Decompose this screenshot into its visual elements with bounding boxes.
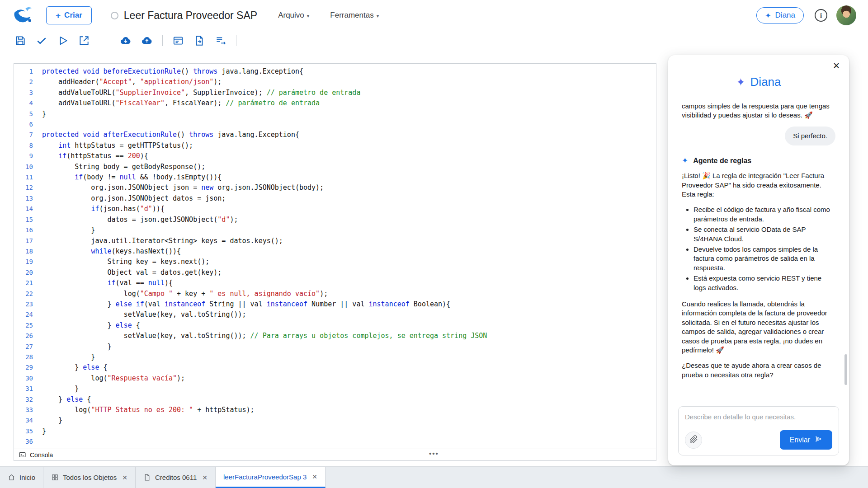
code-line[interactable]: 2 addHeader("Accept", "application/json"…	[14, 77, 656, 87]
app-logo[interactable]	[12, 5, 35, 26]
page-title: Leer Factura Proveedor SAP	[124, 9, 257, 22]
info-glyph: i	[820, 12, 822, 19]
code-line[interactable]: 12 org.json.JSONObject json = new org.js…	[14, 183, 656, 193]
bullet-item: Devuelve todos los campos simples de la …	[693, 245, 835, 272]
rules-export-icon[interactable]	[215, 35, 226, 47]
line-number: 11	[14, 172, 42, 183]
code-line[interactable]: 7protected void afterExecutionRule() thr…	[14, 130, 656, 140]
code-line[interactable]: 29 } else {	[14, 362, 656, 373]
line-number: 6	[14, 119, 42, 130]
chat-input[interactable]	[685, 413, 832, 421]
document-export-icon[interactable]	[193, 35, 205, 47]
code-line[interactable]: 22 log("Campo " + key + " es null, asign…	[14, 289, 656, 299]
code-editor[interactable]: 1protected void beforeExecutionRule() th…	[14, 63, 656, 461]
code-text: org.json.JSONObject datos = json;	[42, 193, 226, 204]
export-icon[interactable]	[78, 35, 90, 47]
code-line[interactable]: 28 }	[14, 352, 656, 362]
code-line[interactable]: 8 int httpStatus = getHTTPStatus();	[14, 141, 656, 151]
code-line[interactable]: 17 java.util.Iterator<String> keys = dat…	[14, 236, 656, 246]
code-line[interactable]: 25 } else {	[14, 320, 656, 331]
close-tab-icon[interactable]: ✕	[122, 474, 127, 481]
code-line[interactable]: 13 org.json.JSONObject datos = json;	[14, 193, 656, 204]
create-button[interactable]: + Criar	[46, 6, 92, 24]
line-number: 21	[14, 278, 42, 288]
console-label: Consola	[30, 451, 53, 459]
chat-messages: campos simples de la respuesta para que …	[668, 102, 849, 402]
save-icon[interactable]	[14, 35, 26, 47]
code-text: setValue(key, val.toString());	[42, 310, 246, 320]
code-line[interactable]: 35}	[14, 426, 656, 436]
line-number: 3	[14, 88, 42, 98]
code-line[interactable]: 34 }	[14, 415, 656, 426]
line-number: 36	[14, 436, 42, 447]
code-line[interactable]: 26 setValue(key, val.toString()); // Par…	[14, 331, 656, 341]
code-line[interactable]: 9 if(httpStatus == 200){	[14, 151, 656, 161]
code-line[interactable]: 3 addValueToURL("SupplierInvoice", Suppl…	[14, 88, 656, 98]
code-area[interactable]: 1protected void beforeExecutionRule() th…	[14, 64, 656, 449]
code-line[interactable]: 18 while(keys.hasNext()){	[14, 246, 656, 257]
code-line[interactable]: 20 Object val = datos.get(key);	[14, 267, 656, 278]
code-line[interactable]: 21 if(val == null){	[14, 278, 656, 288]
code-line[interactable]: 24 setValue(key, val.toString());	[14, 310, 656, 320]
code-line[interactable]: 30 log("Respuesta vacía");	[14, 373, 656, 384]
code-line[interactable]: 6	[14, 119, 656, 130]
close-icon[interactable]: ✕	[833, 61, 840, 70]
cloud-upload-icon[interactable]	[141, 35, 153, 47]
code-text: Object val = datos.get(key);	[42, 267, 222, 278]
diana-assistant-button[interactable]: ✦ Diana	[756, 7, 804, 23]
chat-input-box: Enviar	[678, 406, 839, 455]
line-number: 33	[14, 405, 42, 415]
menu-arquivo[interactable]: Arquivo ▾	[278, 11, 309, 20]
code-text: } else if(val instanceof String || val i…	[42, 299, 450, 310]
code-line[interactable]: 11 if(body != null && !body.isEmpty()){	[14, 172, 656, 183]
code-text	[42, 436, 46, 447]
close-tab-icon[interactable]: ✕	[202, 474, 208, 481]
form-icon[interactable]	[172, 35, 184, 47]
send-button[interactable]: Enviar	[780, 430, 832, 450]
code-text: }	[42, 342, 112, 352]
code-line[interactable]: 31 }	[14, 384, 656, 394]
code-line[interactable]: 4 addValueToURL("FiscalYear", FiscalYear…	[14, 98, 656, 108]
code-line[interactable]: 10 String body = getBodyResponse();	[14, 162, 656, 172]
validate-icon[interactable]	[36, 35, 47, 47]
more-options-icon[interactable]: •••	[429, 450, 439, 457]
code-line[interactable]: 36	[14, 436, 656, 447]
tab-todos-los-objetos[interactable]: Todos los Objetos✕	[43, 467, 136, 488]
cloud-download-icon[interactable]	[120, 35, 132, 47]
tab-creditos-0611[interactable]: Creditos 0611✕	[136, 467, 216, 488]
editor-toolbar	[0, 31, 868, 51]
line-number: 7	[14, 130, 42, 140]
tab-inicio[interactable]: Inicio	[0, 467, 43, 488]
run-icon[interactable]	[57, 35, 69, 47]
diana-chat-panel: ✕ ✦ Diana campos simples de la respuesta…	[668, 55, 849, 465]
code-text: addValueToURL("SupplierInvoice", Supplie…	[42, 88, 360, 98]
bullet-item: Está expuesta como servicio REST y tiene…	[693, 274, 835, 292]
code-text: if(json.has("d")){	[42, 204, 165, 214]
user-avatar[interactable]	[836, 5, 856, 25]
attach-button[interactable]	[685, 432, 702, 449]
code-line[interactable]: 5}	[14, 109, 656, 119]
console-bar[interactable]: Consola •••	[14, 449, 656, 460]
code-line[interactable]: 27 }	[14, 342, 656, 352]
chevron-down-icon: ▾	[307, 13, 310, 19]
code-text: String body = getBodyResponse();	[42, 162, 205, 172]
line-number: 9	[14, 151, 42, 161]
code-text: setValue(key, val.toString()); // Para a…	[42, 331, 487, 341]
tab-leerfacturaproveedorsap-3[interactable]: leerFacturaProveedorSap 3✕	[216, 467, 326, 488]
code-line[interactable]: 16 }	[14, 225, 656, 235]
info-icon[interactable]: i	[815, 9, 827, 22]
menu-label: Ferramentas	[330, 11, 373, 20]
code-line[interactable]: 15 datos = json.getJSONObject("d");	[14, 215, 656, 225]
menu-ferramentas[interactable]: Ferramentas ▾	[330, 11, 379, 20]
code-text: addValueToURL("FiscalYear", FiscalYear);…	[42, 98, 320, 108]
chat-scrollbar[interactable]	[844, 354, 847, 385]
code-line[interactable]: 33 log("HTTP Status no es 200: " + httpS…	[14, 405, 656, 415]
close-tab-icon[interactable]: ✕	[312, 473, 317, 480]
line-number: 14	[14, 204, 42, 214]
code-line[interactable]: 23 } else if(val instanceof String || va…	[14, 299, 656, 310]
code-line[interactable]: 1protected void beforeExecutionRule() th…	[14, 66, 656, 77]
console-icon	[19, 451, 26, 459]
code-line[interactable]: 32 } else {	[14, 394, 656, 405]
code-line[interactable]: 19 String key = keys.next();	[14, 257, 656, 267]
code-line[interactable]: 14 if(json.has("d")){	[14, 204, 656, 214]
